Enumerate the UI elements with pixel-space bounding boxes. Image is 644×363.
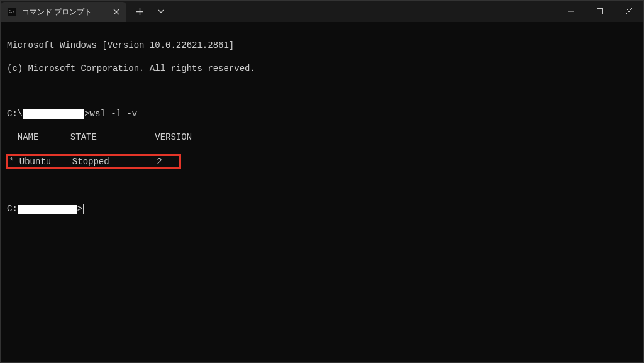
prompt2-prefix: C: xyxy=(7,204,18,214)
titlebar-left: C:\ コマンド プロンプト xyxy=(1,1,170,22)
prompt2-suffix: > xyxy=(77,204,82,214)
terminal-tab[interactable]: C:\ コマンド プロンプト xyxy=(1,2,126,22)
tab-dropdown-button[interactable] xyxy=(152,3,170,20)
col-name: NAME xyxy=(7,132,38,142)
version-line: Microsoft Windows [Version 10.0.22621.28… xyxy=(7,40,637,51)
row-name: Ubuntu xyxy=(19,157,51,167)
svg-text:C:\: C:\ xyxy=(9,9,14,13)
terminal-content[interactable]: Microsoft Windows [Version 10.0.22621.28… xyxy=(1,22,643,233)
redacted-path-2 xyxy=(18,205,77,214)
tab-title: コマンド プロンプト xyxy=(22,7,106,18)
window-controls xyxy=(557,1,643,22)
prompt1-prefix: C:\ xyxy=(7,109,23,119)
window-titlebar: C:\ コマンド プロンプト xyxy=(1,1,643,22)
row-state: Stopped xyxy=(72,157,109,167)
row-marker: * xyxy=(9,157,14,167)
col-version: VERSION xyxy=(155,132,192,142)
prompt-line-2: C:> xyxy=(7,203,637,215)
prompt-line-1: C:\>wsl -l -v xyxy=(7,108,637,120)
tab-actions xyxy=(130,3,170,20)
close-window-button[interactable] xyxy=(614,1,643,22)
highlighted-wsl-entry: * Ubuntu Stopped 2 xyxy=(6,154,181,169)
terminal-cursor xyxy=(83,204,84,214)
redacted-path-1 xyxy=(23,109,84,119)
wsl-row-line: * Ubuntu Stopped 2 xyxy=(7,154,637,169)
copyright-line: (c) Microsoft Corporation. All rights re… xyxy=(7,63,637,74)
new-tab-button[interactable] xyxy=(130,3,149,20)
maximize-button[interactable] xyxy=(586,1,614,22)
col-state: STATE xyxy=(70,132,97,142)
blank-line-2 xyxy=(7,181,637,192)
row-version: 2 xyxy=(157,157,162,167)
prompt1-command: >wsl -l -v xyxy=(84,109,137,119)
cmd-icon: C:\ xyxy=(7,7,17,17)
blank-line xyxy=(7,86,637,97)
wsl-header-line: NAME STATE VERSION xyxy=(7,131,637,143)
svg-rect-2 xyxy=(597,9,603,14)
minimize-button[interactable] xyxy=(557,1,586,22)
tab-close-button[interactable] xyxy=(111,7,121,17)
